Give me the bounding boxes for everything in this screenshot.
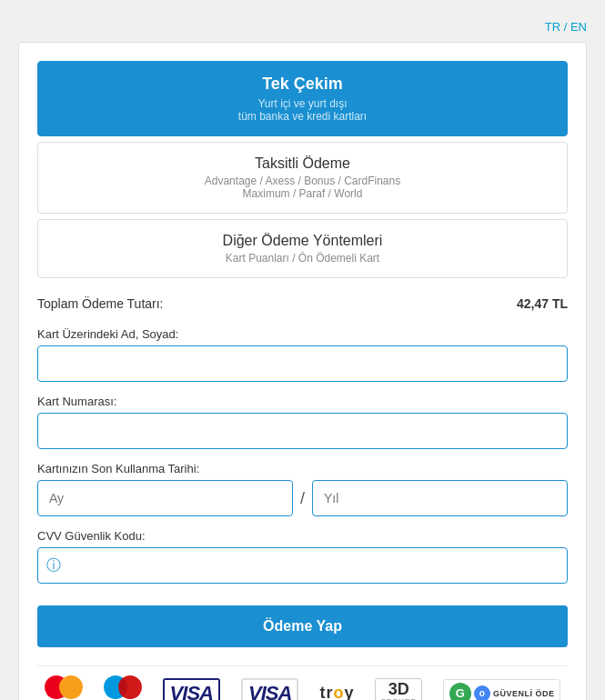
- guvenli-g-circle: G: [449, 683, 471, 701]
- payment-card: Tek Çekim Yurt içi ve yurt dışıtüm banka…: [18, 42, 587, 700]
- card-number-label: Kart Numarası:: [37, 395, 568, 408]
- maestro-logo: maestro: [104, 675, 142, 700]
- payment-title-taksitli: Taksitli Ödeme: [49, 155, 556, 172]
- secure-3d-number: 3D: [388, 681, 409, 697]
- name-input[interactable]: [37, 345, 568, 382]
- guvenli-ode-badge: G o GÜVENLİ ÖDE: [443, 679, 561, 701]
- secure-3d-badge: 3D SECURE: [375, 678, 421, 700]
- logos-row: mastercard maestro VISA: [37, 665, 568, 700]
- troy-o: o: [333, 684, 344, 700]
- cvv-input[interactable]: [37, 547, 568, 584]
- 3d-secure-logo: 3D SECURE: [375, 678, 421, 700]
- amount-value: 42,47 TL: [517, 296, 568, 311]
- amount-row: Toplam Ödeme Tutarı: 42,47 TL: [37, 296, 568, 311]
- cvv-label: CVV Güvenlik Kodu:: [37, 529, 568, 543]
- expiry-label: Kartınızın Son Kullanma Tarihi:: [37, 462, 568, 475]
- troy-t: tr: [319, 684, 333, 700]
- guvenli-text: GÜVENLİ ÖDE: [493, 689, 555, 698]
- language-link[interactable]: TR / EN: [545, 20, 587, 34]
- year-input[interactable]: [312, 480, 568, 516]
- payment-title-tek-cekim: Tek Çekim: [49, 75, 556, 94]
- payment-subtitle-diger: Kart Puanları / Ön Ödemeli Kart: [49, 252, 556, 265]
- card-number-form-group: Kart Numarası:: [37, 395, 568, 449]
- page-wrapper: TR / EN Tek Çekim Yurt içi ve yurt dışıt…: [18, 18, 587, 700]
- maestro-red-circle: [118, 675, 142, 699]
- pay-button[interactable]: Ödeme Yap: [37, 605, 568, 647]
- card-number-input[interactable]: [37, 413, 568, 449]
- name-label: Kart Üzerindeki Ad, Soyad:: [37, 327, 568, 341]
- guvenli-o-circle: o: [474, 685, 490, 701]
- payment-methods: Tek Çekim Yurt içi ve yurt dışıtüm banka…: [37, 61, 568, 278]
- payment-subtitle-tek-cekim: Yurt içi ve yurt dışıtüm banka ve kredi …: [49, 97, 556, 123]
- payment-option-taksitli[interactable]: Taksitli Ödeme Advantage / Axess / Bonus…: [37, 142, 568, 214]
- payment-subtitle-taksitli: Advantage / Axess / Bonus / CardFinansMa…: [49, 175, 556, 200]
- form-section: Toplam Ödeme Tutarı: 42,47 TL Kart Üzeri…: [37, 296, 568, 700]
- visa-text-1: VISA: [163, 678, 220, 701]
- cvv-wrapper: ⓘ: [37, 547, 568, 584]
- mastercard-logo: mastercard: [45, 675, 83, 700]
- expiry-slash: /: [300, 489, 305, 508]
- payment-title-diger: Diğer Ödeme Yöntemleri: [49, 233, 556, 249]
- visa-logo-2: VISA: [241, 678, 298, 701]
- top-link-area: TR / EN: [18, 18, 587, 35]
- troy-logo: troy: [319, 684, 354, 700]
- mc-orange-circle: [59, 675, 83, 699]
- troy-text: troy: [319, 684, 354, 700]
- payment-option-diger[interactable]: Diğer Ödeme Yöntemleri Kart Puanları / Ö…: [37, 219, 568, 278]
- visa-text-2: VISA: [241, 678, 298, 701]
- amount-label: Toplam Ödeme Tutarı:: [37, 296, 164, 311]
- expiry-row: /: [37, 480, 568, 516]
- payment-option-tek-cekim[interactable]: Tek Çekim Yurt içi ve yurt dışıtüm banka…: [37, 61, 568, 136]
- visa-logo-1: VISA: [163, 678, 220, 701]
- guvenli-ode-logo: G o GÜVENLİ ÖDE: [443, 679, 561, 701]
- question-circle-icon[interactable]: ⓘ: [46, 556, 61, 575]
- expiry-form-group: Kartınızın Son Kullanma Tarihi: /: [37, 462, 568, 516]
- cvv-form-group: CVV Güvenlik Kodu: ⓘ: [37, 529, 568, 584]
- month-input[interactable]: [37, 480, 293, 516]
- name-form-group: Kart Üzerindeki Ad, Soyad:: [37, 327, 568, 382]
- troy-y: y: [344, 684, 354, 700]
